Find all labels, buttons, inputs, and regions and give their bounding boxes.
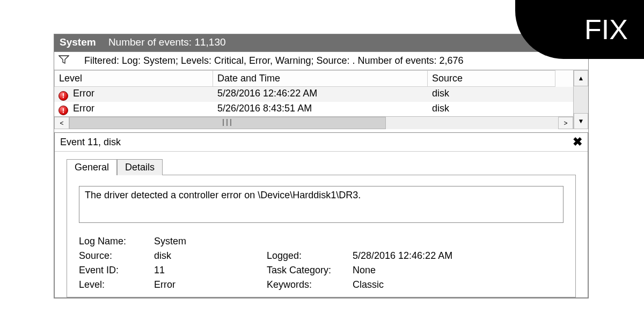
events-count-label: Number of events: 11,130 bbox=[108, 36, 226, 48]
prop-label-eventid: Event ID: bbox=[79, 265, 154, 276]
horizontal-scroll-track[interactable]: III bbox=[69, 117, 558, 129]
horizontal-scroll-thumb[interactable]: III bbox=[69, 117, 386, 129]
event-detail-pane: Event 11, disk ✖ General Details The dri… bbox=[54, 132, 588, 298]
filter-description: Filtered: Log: System; Levels: Critical,… bbox=[84, 55, 464, 66]
row-source: disk bbox=[428, 87, 555, 102]
prop-value-source: disk bbox=[154, 250, 267, 262]
row-level: Error bbox=[73, 103, 94, 114]
prop-label-logname: Log Name: bbox=[79, 236, 154, 247]
column-header-level[interactable]: Level bbox=[54, 70, 213, 87]
scroll-up-button[interactable]: ▲ bbox=[574, 70, 588, 86]
close-icon[interactable]: ✖ bbox=[573, 135, 582, 149]
prop-value-eventid: 11 bbox=[154, 265, 267, 276]
detail-tabs: General Details bbox=[55, 152, 588, 175]
scroll-left-button[interactable]: < bbox=[54, 117, 69, 129]
column-header-datetime[interactable]: Date and Time bbox=[213, 70, 428, 87]
tab-general-panel: The driver detected a controller error o… bbox=[67, 175, 576, 297]
row-datetime: 5/28/2016 12:46:22 AM bbox=[213, 87, 428, 102]
prop-label-level: Level: bbox=[79, 279, 154, 290]
event-rows: ! Error 5/28/2016 12:46:22 AM disk ! Err… bbox=[54, 87, 573, 116]
column-header-source[interactable]: Source bbox=[428, 70, 555, 87]
title-bar: System Number of events: 11,130 bbox=[54, 34, 588, 51]
column-headers: Level Date and Time Source bbox=[54, 70, 573, 87]
event-message: The driver detected a controller error o… bbox=[79, 186, 564, 223]
prop-label-logged: Logged: bbox=[267, 250, 353, 262]
prop-value-logname: System bbox=[154, 236, 267, 247]
tab-general[interactable]: General bbox=[67, 159, 117, 175]
event-viewer-window: System Number of events: 11,130 Filtered… bbox=[54, 34, 589, 298]
table-row[interactable]: ! Error 5/28/2016 12:46:22 AM disk bbox=[54, 87, 573, 102]
prop-value-logged: 5/28/2016 12:46:22 AM bbox=[353, 250, 564, 262]
event-properties: Log Name: System Source: disk Logged: 5/… bbox=[79, 236, 564, 290]
scroll-right-button[interactable]: > bbox=[558, 117, 573, 129]
prop-label-taskcat: Task Category: bbox=[267, 265, 353, 276]
error-icon: ! bbox=[58, 91, 68, 101]
tab-details[interactable]: Details bbox=[117, 159, 163, 175]
fix-badge-label: FIX bbox=[584, 13, 628, 46]
row-source: disk bbox=[428, 102, 555, 117]
horizontal-scrollbar[interactable]: < III > bbox=[54, 116, 573, 129]
prop-value-level: Error bbox=[154, 279, 267, 290]
error-icon: ! bbox=[58, 106, 68, 115]
vertical-scroll-track[interactable] bbox=[574, 86, 588, 113]
prop-label-source: Source: bbox=[79, 250, 154, 262]
detail-title: Event 11, disk bbox=[60, 137, 121, 148]
row-datetime: 5/26/2016 8:43:51 AM bbox=[213, 102, 428, 117]
filter-bar: Filtered: Log: System; Levels: Critical,… bbox=[54, 51, 588, 70]
filter-icon bbox=[58, 55, 69, 66]
prop-label-keywords: Keywords: bbox=[267, 279, 353, 290]
row-level: Error bbox=[73, 88, 94, 99]
vertical-scrollbar[interactable]: ▲ ▼ bbox=[573, 70, 588, 129]
prop-value-keywords: Classic bbox=[353, 279, 564, 290]
log-name: System bbox=[60, 36, 96, 48]
prop-value-taskcat: None bbox=[353, 265, 564, 276]
event-grid: Level Date and Time Source ! Error 5/28/… bbox=[54, 70, 588, 129]
table-row[interactable]: ! Error 5/26/2016 8:43:51 AM disk bbox=[54, 102, 573, 117]
scroll-down-button[interactable]: ▼ bbox=[574, 113, 588, 129]
